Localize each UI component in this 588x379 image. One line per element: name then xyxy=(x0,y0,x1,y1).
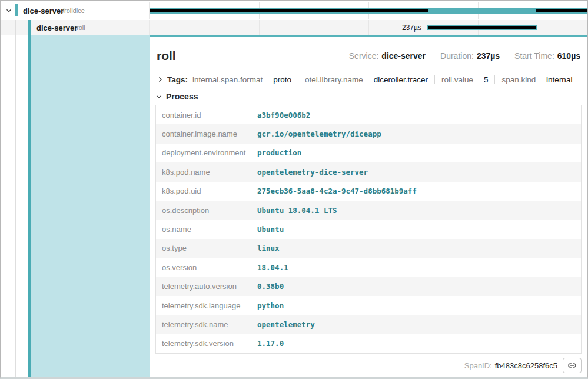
span-row-child-selected[interactable]: dice-server roll 237µs xyxy=(1,20,587,35)
tag-divider xyxy=(298,75,298,84)
tag-item: otel.library.name=diceroller.tracer xyxy=(305,75,428,84)
kv-key: k8s.pod.name xyxy=(156,168,257,177)
span-detail-footer: SpanID: fb483c8c6258f6c5 xyxy=(155,354,582,373)
indent-guide xyxy=(5,20,5,377)
chevron-down-icon[interactable] xyxy=(155,93,162,100)
table-row: telemetry.sdk.version1.17.0 xyxy=(156,334,581,353)
indent-guide xyxy=(15,20,16,377)
span-detail-panel: roll Service:dice-serverDuration:237µsSt… xyxy=(150,35,587,377)
kv-value: production xyxy=(257,148,581,157)
service-name: dice-server xyxy=(36,24,77,32)
table-row: os.typelinux xyxy=(156,239,581,258)
kv-value: 0.38b0 xyxy=(257,282,581,291)
table-row: os.nameUbuntu xyxy=(156,220,581,238)
tag-item: span.kind=internal xyxy=(501,75,572,84)
table-row: container.ida3bf90e006b2 xyxy=(156,105,581,124)
tags-section-label: Tags: xyxy=(167,75,188,84)
kv-value: gcr.io/opentelemetry/diceapp xyxy=(257,129,581,138)
overview-label: Duration: xyxy=(440,51,474,61)
timeline-cell-parent xyxy=(150,2,587,19)
table-row: k8s.pod.nameopentelemetry-dice-server xyxy=(156,162,581,181)
tag-divider xyxy=(434,75,435,84)
kv-key: os.version xyxy=(156,263,257,272)
kv-key: container.image.name xyxy=(156,129,257,138)
kv-key: k8s.pod.uid xyxy=(156,187,257,195)
kv-value: 275ecb36-5aa8-4c2a-9c47-d8bb681b9aff xyxy=(257,187,581,195)
span-bar-child[interactable] xyxy=(427,25,537,30)
span-tree-cell-child[interactable]: dice-server roll xyxy=(1,20,150,35)
overview-label: Start Time: xyxy=(514,51,554,61)
kv-key: telemetry.sdk.language xyxy=(156,301,257,310)
process-accordion[interactable]: Process xyxy=(155,89,582,105)
tag-equals: = xyxy=(476,75,481,84)
overview-label: Service: xyxy=(349,51,379,61)
tag-key: span.kind xyxy=(501,75,536,84)
service-name: dice-server xyxy=(23,6,64,15)
tag-value: 5 xyxy=(484,75,489,84)
overview-divider xyxy=(507,52,507,61)
overview-value: 610µs xyxy=(557,51,580,61)
timeline-cell-child: 237µs xyxy=(150,20,587,35)
operation-name: roll xyxy=(77,24,85,31)
jaeger-trace-view: dice-server /rolldice dice-server roll 2… xyxy=(0,0,588,379)
critical-path-segment xyxy=(428,26,536,29)
spanid-label: SpanID: xyxy=(464,361,492,370)
chevron-right-icon[interactable] xyxy=(157,76,164,83)
tag-key: roll.value xyxy=(441,75,473,84)
kv-value: python xyxy=(257,301,581,310)
table-row: container.image.namegcr.io/opentelemetry… xyxy=(156,124,581,143)
tag-equals: = xyxy=(539,75,543,84)
spanid-value: fb483c8c6258f6c5 xyxy=(495,361,557,370)
tag-equals: = xyxy=(265,75,270,84)
critical-path-segment xyxy=(536,9,587,12)
overview-value: dice-server xyxy=(381,51,426,61)
kv-key: container.id xyxy=(156,111,257,119)
kv-key: telemetry.auto.version xyxy=(156,282,257,291)
kv-value: 1.17.0 xyxy=(257,339,581,348)
kv-key: os.name xyxy=(156,225,257,234)
overview-divider xyxy=(433,52,433,61)
table-row: telemetry.sdk.nameopentelemetry xyxy=(156,315,581,334)
kv-key: deployment.environment xyxy=(156,148,257,157)
table-row: os.version18.04.1 xyxy=(156,258,581,277)
tag-divider xyxy=(494,75,495,84)
kv-value: linux xyxy=(257,244,581,252)
tags-list: internal.span.format=protootel.library.n… xyxy=(192,75,572,84)
process-section-label: Process xyxy=(166,92,198,101)
span-row-parent[interactable]: dice-server /rolldice xyxy=(1,2,587,19)
overview-value: 237µs xyxy=(477,51,500,61)
operation-name: /rolldice xyxy=(62,7,85,14)
kv-key: os.description xyxy=(156,206,257,215)
kv-value: Ubuntu 18.04.1 LTS xyxy=(257,206,581,215)
span-tree-cell-parent[interactable]: dice-server /rolldice xyxy=(1,2,150,19)
tags-accordion[interactable]: Tags: internal.span.format=protootel.lib… xyxy=(155,69,582,89)
tag-key: otel.library.name xyxy=(305,75,363,84)
selected-span-highlight-column xyxy=(31,35,150,377)
table-row: telemetry.auto.version0.38b0 xyxy=(156,277,581,296)
chevron-down-icon[interactable] xyxy=(5,6,14,15)
kv-value: opentelemetry-dice-server xyxy=(257,168,581,177)
kv-value: 18.04.1 xyxy=(257,263,581,272)
span-bar-parent[interactable] xyxy=(150,8,587,14)
tag-item: internal.span.format=proto xyxy=(192,75,291,84)
table-row: deployment.environmentproduction xyxy=(156,144,581,162)
process-kv-table: container.ida3bf90e006b2container.image.… xyxy=(155,105,582,354)
critical-path-segment xyxy=(150,9,428,12)
link-icon xyxy=(567,361,577,370)
table-row: telemetry.sdk.languagepython xyxy=(156,296,581,315)
service-color-block xyxy=(15,4,18,16)
tag-equals: = xyxy=(366,75,371,84)
copy-link-button[interactable] xyxy=(563,358,582,373)
kv-key: os.type xyxy=(156,244,257,252)
kv-value: opentelemetry xyxy=(257,320,581,329)
tag-value: diceroller.tracer xyxy=(374,75,428,84)
tag-key: internal.span.format xyxy=(192,75,263,84)
kv-key: telemetry.sdk.name xyxy=(156,320,257,329)
tag-value: internal xyxy=(546,75,572,84)
span-overview-stats: Service:dice-serverDuration:237µsStart T… xyxy=(349,51,580,61)
tag-value: proto xyxy=(273,75,291,84)
kv-value: Ubuntu xyxy=(257,225,581,234)
span-duration-label: 237µs xyxy=(150,20,427,35)
span-title: roll xyxy=(157,49,176,63)
table-row: os.descriptionUbuntu 18.04.1 LTS xyxy=(156,201,581,220)
